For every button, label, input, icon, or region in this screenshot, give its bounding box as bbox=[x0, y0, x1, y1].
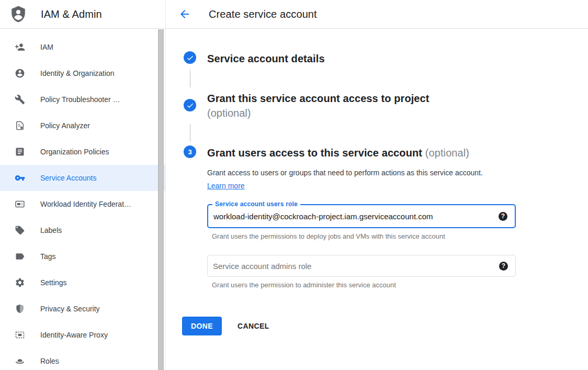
step-complete-check-icon bbox=[184, 99, 196, 111]
sidebar-item-label: Identity & Organization bbox=[40, 69, 115, 77]
learn-more-link[interactable]: Learn more bbox=[207, 182, 245, 190]
sidebar-item-policy-troubleshooter[interactable]: Policy Troubleshooter … bbox=[0, 86, 165, 113]
hat-icon bbox=[15, 356, 25, 366]
step-grant-access-to-project: Grant this service account access to pro… bbox=[184, 91, 588, 120]
shield-icon bbox=[15, 304, 25, 314]
sidebar-item-identity-aware-proxy[interactable]: Identity-Aware Proxy bbox=[0, 322, 165, 348]
sidebar-item-label: Policy Troubleshooter … bbox=[40, 95, 120, 104]
sidebar-nav: IAM Identity & Organization Policy Troub… bbox=[0, 29, 165, 370]
sidebar-item-label: IAM bbox=[40, 43, 53, 51]
sidebar-item-iam[interactable]: IAM bbox=[0, 34, 165, 60]
cancel-button[interactable]: CANCEL bbox=[238, 322, 269, 330]
field-helper-text: Grant users the permissions to deploy jo… bbox=[207, 232, 516, 240]
stepper-content: Service account details Grant this servi… bbox=[166, 29, 588, 335]
document-gear-icon bbox=[15, 120, 25, 131]
back-arrow-icon[interactable] bbox=[178, 8, 191, 20]
sidebar-item-tags[interactable]: Tags bbox=[0, 243, 165, 270]
step-title-text: Grant users access to this service accou… bbox=[207, 147, 422, 159]
service-account-users-role-field: Service account users role bbox=[207, 204, 516, 228]
main-panel: Create service account Service account d… bbox=[166, 0, 588, 370]
step-connector-line bbox=[190, 124, 190, 142]
label-tag-icon bbox=[15, 225, 25, 236]
step-number-badge: 3 bbox=[184, 145, 196, 158]
step-optional-label: (optional) bbox=[207, 106, 429, 120]
step-grant-users-access: 3 Grant users access to this service acc… bbox=[184, 145, 588, 289]
sidebar-item-roles[interactable]: Roles bbox=[0, 348, 165, 370]
page-title: Create service account bbox=[209, 8, 317, 20]
field-floating-label: Service account users role bbox=[212, 200, 300, 208]
service-account-admins-role-input[interactable] bbox=[208, 255, 499, 276]
sidebar-item-identity-organization[interactable]: Identity & Organization bbox=[0, 60, 165, 86]
step-title: Grant this service account access to pro… bbox=[207, 91, 429, 106]
sidebar-item-workload-identity-federation[interactable]: Workload Identity Federat… bbox=[0, 191, 165, 217]
help-icon[interactable] bbox=[499, 262, 508, 271]
sidebar-item-label: Settings bbox=[40, 278, 67, 287]
sidebar: IAM & Admin IAM Identity & Organization … bbox=[0, 0, 166, 370]
description-text: Grant access to users or groups that nee… bbox=[207, 169, 483, 177]
sidebar-item-label: Service Accounts bbox=[40, 174, 96, 182]
sidebar-item-settings[interactable]: Settings bbox=[0, 270, 165, 296]
sidebar-item-privacy-security[interactable]: Privacy & Security bbox=[0, 296, 165, 322]
tag-arrow-icon bbox=[15, 251, 25, 262]
wrench-icon bbox=[15, 94, 25, 105]
field-helper-text: Grant users the permission to administer… bbox=[207, 281, 516, 289]
sidebar-item-label: Workload Identity Federat… bbox=[40, 200, 131, 208]
sidebar-item-label: Identity-Aware Proxy bbox=[40, 331, 108, 339]
step-complete-check-icon bbox=[184, 51, 196, 64]
sidebar-scrollbar[interactable] bbox=[158, 29, 164, 370]
sidebar-item-service-accounts[interactable]: Service Accounts bbox=[0, 165, 165, 191]
document-list-icon bbox=[15, 147, 25, 157]
gear-icon bbox=[15, 277, 25, 288]
iam-admin-shield-icon bbox=[9, 5, 27, 23]
key-icon bbox=[15, 173, 25, 183]
sidebar-item-label: Tags bbox=[40, 252, 56, 261]
help-icon[interactable] bbox=[499, 212, 507, 221]
page-header: Create service account bbox=[166, 0, 588, 29]
step-title: Service account details bbox=[207, 51, 325, 66]
app-window: IAM & Admin IAM Identity & Organization … bbox=[0, 0, 588, 370]
app-title: IAM & Admin bbox=[41, 8, 102, 20]
proxy-icon bbox=[15, 330, 25, 340]
service-account-users-role-input[interactable] bbox=[208, 205, 499, 227]
account-circle-icon bbox=[15, 68, 25, 79]
sidebar-item-label: Roles bbox=[40, 357, 59, 365]
step-optional-label: (optional) bbox=[425, 147, 469, 159]
sidebar-item-label: Privacy & Security bbox=[40, 305, 100, 313]
action-buttons: DONE CANCEL bbox=[182, 317, 588, 335]
done-button[interactable]: DONE bbox=[182, 317, 222, 335]
scrollbar-thumb[interactable] bbox=[158, 29, 164, 370]
person-add-icon bbox=[15, 42, 25, 52]
sidebar-item-policy-analyzer[interactable]: Policy Analyzer bbox=[0, 113, 165, 139]
step-connector-line bbox=[190, 70, 190, 87]
sidebar-item-labels[interactable]: Labels bbox=[0, 217, 165, 243]
step-title: Grant users access to this service accou… bbox=[207, 145, 516, 160]
sidebar-item-label: Labels bbox=[40, 226, 62, 234]
step-description: Grant access to users or groups that nee… bbox=[207, 166, 492, 193]
sidebar-item-organization-policies[interactable]: Organization Policies bbox=[0, 139, 165, 165]
sidebar-header: IAM & Admin bbox=[0, 0, 165, 29]
sidebar-item-label: Policy Analyzer bbox=[40, 121, 90, 130]
sidebar-item-label: Organization Policies bbox=[40, 148, 109, 156]
service-account-admins-role-field bbox=[207, 255, 516, 277]
step-service-account-details: Service account details bbox=[184, 51, 588, 66]
badge-card-icon bbox=[15, 199, 25, 209]
